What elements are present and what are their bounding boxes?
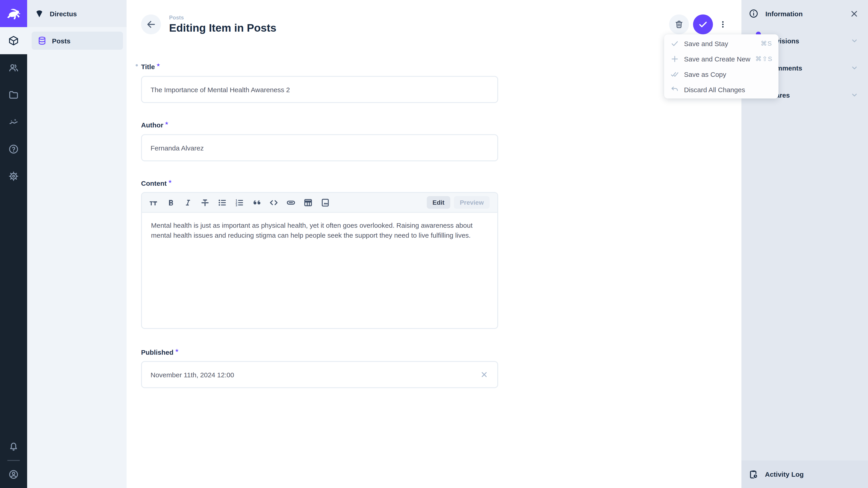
heading-button[interactable]: [145, 193, 162, 213]
image-button[interactable]: [316, 193, 334, 213]
bold-button[interactable]: [162, 193, 179, 213]
content-label-text: Content: [141, 180, 166, 187]
app: Directus Posts Posts Editing Item in Pos…: [0, 0, 868, 488]
tab-preview[interactable]: Preview: [454, 196, 490, 209]
user-menu-button[interactable]: [0, 461, 27, 488]
module-settings[interactable]: [0, 163, 27, 190]
project-header[interactable]: Directus: [27, 0, 127, 27]
title-input[interactable]: The Importance of Mental Health Awarenes…: [141, 76, 498, 103]
breadcrumb[interactable]: Posts: [169, 14, 276, 21]
module-users[interactable]: [0, 54, 27, 81]
nav-item-label: Posts: [52, 37, 70, 44]
menu-item-save-as-copy[interactable]: Save as Copy: [664, 66, 778, 82]
table-button[interactable]: [299, 193, 316, 213]
account-icon: [8, 469, 19, 480]
title-label-text: Title: [141, 63, 155, 70]
nav-item-posts[interactable]: Posts: [32, 32, 123, 50]
published-input[interactable]: November 11th, 2024 12:00: [141, 361, 498, 388]
x-icon: [849, 9, 859, 18]
content-textarea[interactable]: Mental health is just as important as ph…: [142, 213, 497, 248]
content-editor: 1 2 3: [141, 192, 498, 329]
blockquote-button[interactable]: [248, 193, 265, 213]
x-icon: [480, 370, 489, 379]
menu-item-save-and-create-new[interactable]: Save and Create New ⌘⇧S: [664, 51, 778, 66]
code-icon: [269, 198, 278, 207]
menu-item-save-and-stay[interactable]: Save and Stay ⌘S: [664, 36, 778, 51]
image-icon: [320, 198, 330, 207]
published-input-value: November 11th, 2024 12:00: [151, 371, 234, 379]
help-icon: [8, 144, 19, 155]
author-input-value: Fernanda Alvarez: [151, 144, 204, 152]
required-mark: ★: [156, 62, 160, 67]
link-icon: [286, 198, 296, 207]
save-options-menu: Save and Stay ⌘S Save and Create New ⌘⇧S…: [664, 34, 778, 98]
italic-button[interactable]: [179, 193, 196, 213]
module-insights[interactable]: [0, 108, 27, 135]
italic-icon: [183, 198, 192, 207]
clear-date-button[interactable]: [480, 370, 489, 379]
trash-icon: [674, 20, 684, 29]
menu-item-discard-all-changes[interactable]: Discard All Changes: [664, 82, 778, 97]
activity-log-label: Activity Log: [765, 470, 804, 478]
bulleted-list-icon: [217, 198, 227, 207]
numbered-list-icon: 1 2 3: [235, 198, 244, 207]
sidebar-section-information[interactable]: Information: [741, 0, 868, 27]
project-name: Directus: [50, 10, 77, 18]
module-files[interactable]: [0, 81, 27, 108]
strikethrough-button[interactable]: [196, 193, 213, 213]
fan-icon: [34, 8, 44, 19]
numbered-list-button[interactable]: 1 2 3: [230, 193, 248, 213]
sidebar-close-button[interactable]: [849, 9, 859, 18]
main-content: Posts Editing Item in Posts: [127, 0, 741, 488]
bell-icon: [8, 441, 19, 452]
heading-icon: [149, 198, 158, 207]
required-mark: ★: [168, 179, 172, 184]
module-bar-spacer: [0, 190, 27, 433]
undo-icon: [671, 85, 679, 94]
author-label-text: Author: [141, 121, 163, 129]
published-label-text: Published: [141, 348, 174, 356]
code-button[interactable]: [265, 193, 282, 213]
users-icon: [8, 62, 19, 73]
page-title: Editing Item in Posts: [169, 22, 276, 34]
chevron-down-icon: [850, 90, 859, 99]
edited-indicator-dot: [135, 64, 138, 66]
title-field-label: Title★: [141, 61, 160, 71]
directus-logo[interactable]: [0, 0, 27, 27]
check-icon: [671, 39, 679, 48]
activity-log-button[interactable]: Activity Log: [741, 460, 868, 488]
navigation-sidebar: Directus Posts: [27, 0, 127, 488]
gear-icon: [8, 171, 19, 182]
insights-icon: [8, 117, 19, 127]
database-icon: [37, 36, 47, 46]
required-mark: ★: [164, 121, 168, 126]
dots-vertical-icon: [718, 20, 727, 29]
table-icon: [303, 198, 313, 207]
chevron-down-icon: [850, 63, 859, 72]
header-actions: [669, 14, 729, 34]
more-options-button[interactable]: [717, 14, 729, 34]
author-input[interactable]: Fernanda Alvarez: [141, 134, 498, 161]
notifications-button[interactable]: [0, 433, 27, 460]
menu-item-label: Save as Copy: [684, 70, 767, 78]
sidebar-section-label: Comments: [767, 64, 850, 72]
tab-edit[interactable]: Edit: [427, 196, 450, 209]
svg-text:3: 3: [235, 203, 237, 207]
author-field-label: Author★: [141, 119, 168, 129]
link-button[interactable]: [282, 193, 299, 213]
menu-shortcut: ⌘⇧S: [755, 55, 773, 62]
blockquote-icon: [252, 198, 261, 207]
content-editor-toolbar: 1 2 3: [142, 193, 497, 213]
menu-item-label: Discard All Changes: [684, 86, 767, 93]
back-button[interactable]: [141, 14, 161, 34]
bulleted-list-button[interactable]: [213, 193, 230, 213]
title-input-value: The Importance of Mental Health Awarenes…: [151, 86, 290, 93]
chevron-down-icon: [850, 36, 859, 45]
folder-icon: [8, 90, 19, 100]
content-field-label: Content★: [141, 177, 172, 188]
module-help[interactable]: [0, 135, 27, 163]
module-content[interactable]: [0, 27, 27, 54]
menu-item-label: Save and Create New: [684, 55, 750, 63]
delete-button[interactable]: [669, 14, 689, 34]
save-button[interactable]: [693, 14, 713, 34]
